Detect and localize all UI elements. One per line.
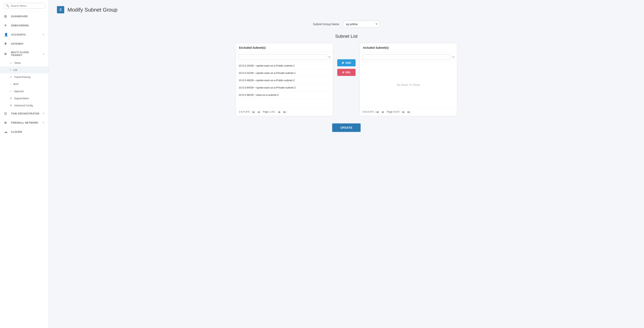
sidebar-sub-label: Advanced Config <box>14 104 33 107</box>
segmentation-icon: ⊟ <box>10 97 12 100</box>
sidebar-item-label: CLOUDN <box>11 131 22 133</box>
sidebar-sub-label: Segmentation <box>14 97 29 100</box>
excluded-panel-header: Excluded Subnet(s) <box>236 43 333 52</box>
sidebar-sub-label: Approval <box>14 90 24 93</box>
included-empty-message: No Rows To Show <box>360 62 457 108</box>
first-page-button[interactable]: |◀ <box>251 110 255 114</box>
sidebar-item-label: DASHBOARD <box>11 15 28 18</box>
list-icon: ≡ <box>10 68 12 71</box>
included-subnet-panel: Included Subnet(s) ▽ No Rows To Show 0 t… <box>360 43 457 116</box>
setup-icon: ▭ <box>10 61 12 64</box>
chevron-down-icon: ▼ <box>42 33 44 36</box>
list-item[interactable]: 10.0.0.32/28~~spoke-east-us-a-Private-su… <box>236 69 333 77</box>
sidebar-item-setup[interactable]: ▭ Setup <box>0 59 48 66</box>
sidebar-item-approval[interactable]: ✓ Approval <box>0 88 48 95</box>
list-item[interactable]: 10.0.0.48/28~~spoke-east-us-a-Public-sub… <box>236 77 333 84</box>
step-badge: 2 <box>57 6 64 13</box>
page-title: Modify Subnet Group <box>68 7 118 13</box>
accounts-icon: 👤 <box>4 33 8 36</box>
sidebar-item-label: ACCOUNTS <box>11 33 26 36</box>
page-header: 2 Modify Subnet Group <box>57 6 636 13</box>
sidebar-item-advanced-config[interactable]: ⚙ Advanced Config <box>0 102 48 109</box>
included-panel-header: Included Subnet(s) <box>360 43 457 52</box>
subnet-list-title: Subnet List <box>57 34 636 39</box>
sidebar-item-label: FIREWALL NETWORK <box>11 121 38 124</box>
sidebar-item-multi-cloud-transit[interactable]: ⊕ MULTI-CLOUD TRANSIT ▲ <box>0 48 48 59</box>
sidebar-item-firewall-network[interactable]: ⊛ FIREWALL NETWORK ▼ <box>0 118 48 127</box>
list-item[interactable]: 10.0.0.16/28~~spoke-east-us-a-Public-sub… <box>236 62 333 69</box>
sidebar-item-bgp[interactable]: ○ BGP <box>0 81 48 88</box>
search-icon: 🔍 <box>6 4 9 7</box>
sidebar-item-transit-peering[interactable]: ⇌ Transit Peering <box>0 73 48 81</box>
search-box: 🔍 <box>3 3 45 9</box>
page-info: Page 1 of 1 <box>263 110 275 113</box>
excluded-search-input[interactable] <box>238 54 327 60</box>
subnet-group-form-row: Subnet Group Name sg-yellow sg-blue sg-r… <box>57 21 636 28</box>
bgp-icon: ○ <box>10 83 12 86</box>
excluded-panel-footer: 1 to 5 of 5 |◀ ◀ Page 1 of 1 ▶ ▶| <box>236 108 333 116</box>
chevron-down-icon: ▼ <box>42 122 44 124</box>
sidebar-item-dashboard[interactable]: ⊞ DASHBOARD <box>0 12 48 21</box>
cloudn-icon: ☁ <box>4 130 8 134</box>
prev-page-button[interactable]: ◀ <box>380 110 384 114</box>
excluded-pagination-summary: 1 to 5 of 5 <box>239 110 250 113</box>
prev-page-button[interactable]: ◀ <box>256 110 260 114</box>
last-page-button[interactable]: ▶| <box>407 110 412 114</box>
main-content: 2 Modify Subnet Group Subnet Group Name … <box>49 0 644 328</box>
subnet-action-buttons: ⊕ ADD ⊖ DEL <box>337 43 356 76</box>
sidebar-item-label: GATEWAY <box>11 42 24 45</box>
filter-icon[interactable]: ▽ <box>328 56 330 59</box>
sidebar-sub-label: List <box>14 69 17 71</box>
included-search-row: ▽ <box>360 52 457 62</box>
sidebar-sub-label: BGP <box>14 83 18 86</box>
next-page-button[interactable]: ▶ <box>278 110 282 114</box>
first-page-button[interactable]: |◀ <box>375 110 379 114</box>
add-icon: ⊕ <box>342 61 344 64</box>
excluded-search-row: ▽ <box>236 52 333 62</box>
firewall-icon: ⊛ <box>4 121 8 125</box>
search-input[interactable] <box>11 4 43 7</box>
sidebar: 🔍 ⊞ DASHBOARD ✈ ONBOARDING 👤 ACCOUNTS ▼ … <box>0 0 49 328</box>
included-panel-footer: 0 to 0 of 0 |◀ ◀ Page 0 of 0 ▶ ▶| <box>360 108 457 116</box>
sidebar-item-segmentation[interactable]: ⊟ Segmentation <box>0 95 48 102</box>
sidebar-item-label: ONBOARDING <box>11 24 29 27</box>
onboarding-icon: ✈ <box>4 23 8 27</box>
last-page-button[interactable]: ▶| <box>283 110 288 114</box>
subnet-group-select[interactable]: sg-yellow sg-blue sg-red <box>343 21 380 28</box>
del-button[interactable]: ⊖ DEL <box>337 69 356 76</box>
chevron-up-icon: ▲ <box>42 53 44 55</box>
included-search-input[interactable] <box>362 54 451 60</box>
excluded-rows: 10.0.0.16/28~~spoke-east-us-a-Public-sub… <box>236 62 333 108</box>
approval-icon: ✓ <box>10 90 12 93</box>
chevron-down-icon: ▼ <box>42 112 44 115</box>
sidebar-item-cloudn[interactable]: ☁ CLOUDN <box>0 127 48 136</box>
tgw-icon: ⊡ <box>4 112 8 116</box>
advanced-config-icon: ⚙ <box>10 104 12 107</box>
sidebar-item-tgw-orchestrator[interactable]: ⊡ TGW ORCHESTRATOR ▼ <box>0 109 48 118</box>
filter-icon[interactable]: ▽ <box>452 56 454 59</box>
gateway-icon: ✚ <box>4 42 8 46</box>
update-button[interactable]: UPDATE <box>332 123 360 132</box>
dashboard-icon: ⊞ <box>4 14 8 18</box>
subnet-group-label: Subnet Group Name <box>313 22 339 26</box>
sidebar-sub-label: Transit Peering <box>14 76 30 79</box>
list-item[interactable]: 10.0.0.96/28~~east-us-a-subnet-2 <box>236 91 333 99</box>
list-item[interactable]: 10.0.0.64/28~~spoke-east-us-a-Private-su… <box>236 84 333 91</box>
add-button[interactable]: ⊕ ADD <box>337 59 356 66</box>
page-info: Page 0 of 0 <box>387 110 399 113</box>
search-container: 🔍 <box>0 0 48 12</box>
peering-icon: ⇌ <box>10 75 12 79</box>
sidebar-item-accounts[interactable]: 👤 ACCOUNTS ▼ <box>0 30 48 39</box>
sidebar-sub-label: Setup <box>14 61 20 64</box>
sidebar-item-onboarding[interactable]: ✈ ONBOARDING <box>0 21 48 30</box>
excluded-subnet-panel: Excluded Subnet(s) ▽ 10.0.0.16/28~~spoke… <box>236 43 333 116</box>
included-pagination-summary: 0 to 0 of 0 <box>363 110 374 113</box>
sidebar-item-list[interactable]: ≡ List <box>0 66 48 73</box>
sidebar-item-label: MULTI-CLOUD TRANSIT <box>11 51 40 57</box>
sidebar-item-label: TGW ORCHESTRATOR <box>11 112 40 115</box>
update-row: UPDATE <box>57 123 636 132</box>
next-page-button[interactable]: ▶ <box>402 110 406 114</box>
del-icon: ⊖ <box>342 71 344 74</box>
subnet-panels: Excluded Subnet(s) ▽ 10.0.0.16/28~~spoke… <box>57 43 636 116</box>
sidebar-item-gateway[interactable]: ✚ GATEWAY <box>0 39 48 48</box>
